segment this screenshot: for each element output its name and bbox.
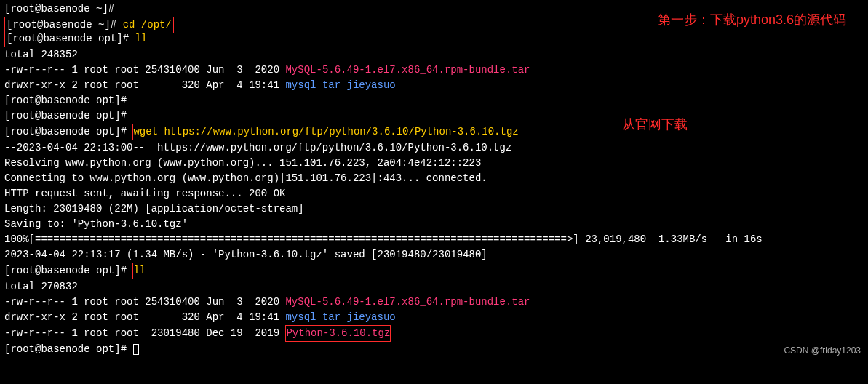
terminal-output: Length: 23019480 (22M) [application/octe…	[4, 201, 864, 217]
terminal-output: -rw-r--r-- 1 root root 254310400 Jun 3 2…	[4, 63, 864, 78]
terminal-line: [root@basenode opt]# ll	[4, 31, 864, 47]
terminal-output: drwxr-xr-x 2 root root 320 Apr 4 19:41 m…	[4, 78, 864, 93]
filename: MySQL-5.6.49-1.el7.x86_64.rpm-bundle.tar	[285, 64, 530, 76]
terminal-line: [root@basenode opt]#	[4, 342, 864, 357]
command-text[interactable]: ll	[135, 33, 147, 44]
terminal-line: [root@basenode opt]#	[4, 108, 864, 124]
prompt: [root@basenode opt]#	[4, 343, 132, 355]
command-text[interactable]: wget https://www.python.org/ftp/python/3…	[133, 126, 518, 137]
prompt: [root@basenode ~]#	[4, 3, 121, 15]
terminal-output: total 270832	[4, 279, 864, 295]
terminal-line: [root@basenode opt]# wget https://www.py…	[4, 124, 864, 140]
cmd-highlight-box: wget https://www.python.org/ftp/python/3…	[132, 124, 519, 140]
prompt: [root@basenode opt]#	[4, 110, 127, 121]
terminal-output: 2023-04-04 22:13:17 (1.34 MB/s) - 'Pytho…	[4, 247, 864, 263]
filename-highlight-box: Python-3.6.10.tgz	[285, 325, 391, 342]
prompt: [root@basenode opt]#	[7, 33, 135, 44]
command-text[interactable]: ll	[133, 265, 146, 276]
dirname: mysql_tar_jieyasuo	[285, 79, 395, 91]
terminal-line: [root@basenode opt]# ll	[4, 263, 864, 279]
dirname: mysql_tar_jieyasuo	[285, 311, 395, 323]
prompt: [root@basenode opt]#	[4, 95, 127, 106]
prompt: [root@basenode ~]#	[7, 19, 123, 31]
prompt: [root@basenode opt]#	[4, 126, 132, 137]
progress-bar-line: 100%[===================================…	[4, 232, 864, 247]
terminal-output: --2023-04-04 22:13:00-- https://www.pyth…	[4, 140, 864, 156]
filename: MySQL-5.6.49-1.el7.x86_64.rpm-bundle.tar	[285, 296, 530, 308]
file-perms: -rw-r--r-- 1 root root 254310400 Jun 3 2…	[4, 296, 285, 308]
annotation-step1: 第一步：下载python3.6的源代码	[658, 10, 846, 30]
terminal-output: Resolving www.python.org (www.python.org…	[4, 156, 864, 171]
cursor-icon[interactable]	[133, 344, 139, 355]
file-perms: drwxr-xr-x 2 root root 320 Apr 4 19:41	[4, 79, 285, 91]
file-perms: -rw-r--r-- 1 root root 254310400 Jun 3 2…	[4, 64, 285, 76]
filename: Python-3.6.10.tgz	[286, 327, 390, 339]
terminal-output: HTTP request sent, awaiting response... …	[4, 186, 864, 201]
annotation-download: 从官网下载	[622, 115, 688, 135]
terminal-output: -rw-r--r-- 1 root root 254310400 Jun 3 2…	[4, 295, 864, 310]
command-text[interactable]: cd /opt/	[123, 19, 172, 31]
terminal-output: -rw-r--r-- 1 root root 23019480 Dec 19 2…	[4, 325, 864, 342]
cmd-highlight-box: [root@basenode opt]# ll	[4, 31, 228, 47]
cmd-highlight-box: ll	[132, 263, 146, 279]
terminal-output: Connecting to www.python.org (www.python…	[4, 171, 864, 186]
terminal-line: [root@basenode opt]#	[4, 93, 864, 108]
file-perms: drwxr-xr-x 2 root root 320 Apr 4 19:41	[4, 311, 285, 323]
prompt: [root@basenode opt]#	[4, 265, 132, 276]
terminal-output: Saving to: 'Python-3.6.10.tgz'	[4, 217, 864, 232]
file-perms: -rw-r--r-- 1 root root 23019480 Dec 19 2…	[4, 327, 285, 339]
terminal-output: total 248352	[4, 47, 864, 63]
watermark-text: CSDN @friday1203	[784, 344, 861, 357]
terminal-output: drwxr-xr-x 2 root root 320 Apr 4 19:41 m…	[4, 310, 864, 325]
